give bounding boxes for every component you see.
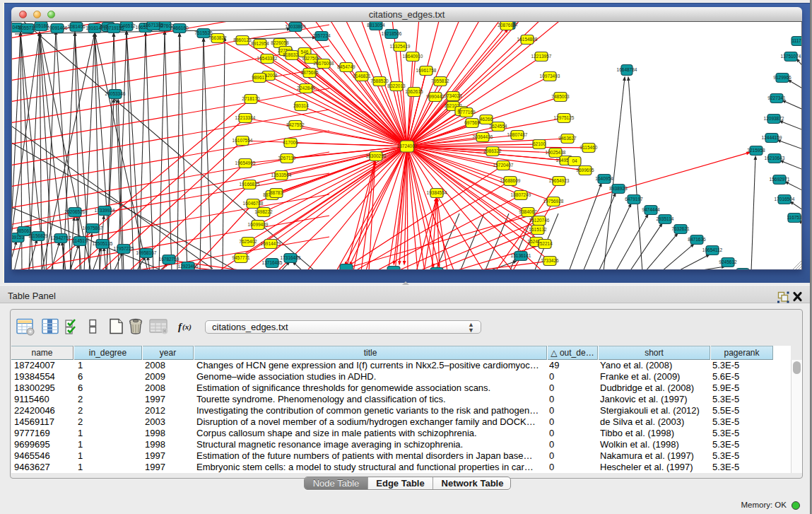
svg-text:10719155: 10719155 (104, 25, 124, 30)
svg-text:7485003: 7485003 (551, 94, 570, 99)
svg-text:1362615: 1362615 (405, 89, 423, 94)
svg-text:10033809: 10033809 (286, 24, 306, 29)
svg-text:16782759: 16782759 (159, 257, 180, 262)
svg-text:10807487: 10807487 (507, 132, 528, 137)
svg-text:10688609: 10688609 (500, 178, 521, 183)
svg-text:697569: 697569 (464, 120, 480, 125)
svg-text:19384554: 19384554 (427, 190, 447, 195)
svg-text:16210643: 16210643 (765, 156, 785, 160)
svg-text:8471636: 8471636 (688, 237, 706, 242)
svg-text:16154808: 16154808 (517, 37, 538, 42)
svg-text:1640954: 1640954 (595, 176, 613, 181)
svg-text:16120746: 16120746 (529, 218, 550, 223)
svg-text:9115460: 9115460 (580, 145, 598, 150)
svg-text:20053346: 20053346 (105, 91, 126, 96)
svg-text:1733426: 1733426 (541, 258, 559, 263)
svg-text:2935114: 2935114 (657, 216, 674, 221)
svg-text:114519: 114519 (72, 238, 88, 243)
svg-text:9463627: 9463627 (558, 136, 577, 141)
svg-text:17957225: 17957225 (114, 246, 134, 251)
svg-text:10958167: 10958167 (136, 250, 157, 255)
svg-text:17316485: 17316485 (281, 255, 301, 260)
svg-text:18640910: 18640910 (403, 54, 423, 59)
svg-text:10975867: 10975867 (83, 226, 103, 230)
svg-text:2087682: 2087682 (498, 23, 516, 28)
svg-text:16961758: 16961758 (416, 68, 437, 73)
svg-text:19654923: 19654923 (549, 178, 570, 183)
svg-text:46266: 46266 (480, 117, 493, 122)
svg-text:16671385: 16671385 (143, 23, 164, 28)
svg-text:12213384: 12213384 (235, 115, 256, 120)
svg-text:13716485: 13716485 (262, 260, 283, 265)
svg-text:(x): (x) (182, 322, 192, 332)
svg-text:1081406: 1081406 (67, 24, 86, 29)
svg-text:16648784: 16648784 (617, 67, 637, 72)
svg-text:62100: 62100 (533, 141, 546, 146)
svg-text:19654965: 19654965 (235, 160, 256, 165)
svg-text:7515526: 7515526 (194, 30, 213, 35)
svg-text:18300295: 18300295 (366, 153, 387, 158)
svg-text:18807249: 18807249 (511, 192, 531, 197)
svg-text:9384067: 9384067 (519, 209, 537, 214)
svg-text:20206526: 20206526 (65, 209, 86, 214)
svg-text:2986322: 2986322 (483, 148, 502, 153)
svg-text:3624554: 3624554 (489, 124, 507, 129)
svg-text:6479197: 6479197 (625, 197, 643, 201)
svg-text:9457771: 9457771 (232, 255, 250, 260)
svg-text:7588520: 7588520 (370, 78, 389, 83)
svg-text:9474444: 9474444 (642, 207, 660, 212)
svg-text:16914479: 16914479 (261, 241, 281, 246)
svg-text:3215958: 3215958 (747, 148, 765, 153)
svg-text:12923466: 12923466 (178, 264, 199, 269)
svg-text:2718170: 2718170 (242, 96, 260, 101)
svg-text:04: 04 (572, 158, 577, 163)
svg-text:12444159: 12444159 (762, 135, 782, 140)
svg-text:13533564: 13533564 (271, 173, 292, 177)
svg-text:16099489: 16099489 (248, 222, 269, 227)
svg-text:9245612: 9245612 (719, 259, 737, 264)
svg-text:15720407: 15720407 (493, 163, 514, 168)
svg-text:8226058: 8226058 (271, 40, 289, 45)
svg-text:19756928: 19756928 (543, 199, 564, 204)
svg-text:88783: 88783 (270, 190, 283, 195)
svg-text:7663822: 7663822 (208, 35, 227, 40)
svg-text:8938923: 8938923 (609, 186, 628, 191)
svg-text:7632621: 7632621 (671, 226, 690, 231)
svg-text:8427552: 8427552 (286, 122, 305, 127)
svg-text:2242848: 2242848 (297, 86, 315, 90)
svg-text:13325419: 13325419 (390, 44, 411, 49)
svg-text:16543382: 16543382 (257, 56, 278, 61)
svg-text:12942757: 12942757 (51, 235, 71, 240)
svg-text:16046788: 16046788 (243, 201, 264, 206)
svg-text:6466160: 6466160 (170, 25, 189, 30)
svg-text:280314: 280314 (293, 103, 309, 108)
svg-text:11156829: 11156829 (28, 233, 48, 238)
svg-text:23676068: 23676068 (314, 61, 334, 66)
svg-text:19218506: 19218506 (382, 31, 402, 36)
svg-text:3267110: 3267110 (278, 156, 296, 160)
svg-text:9129966: 9129966 (773, 75, 792, 80)
svg-text:3875685: 3875685 (300, 70, 319, 75)
svg-text:20364436: 20364436 (473, 134, 493, 139)
svg-text:15692971: 15692971 (770, 177, 790, 182)
svg-text:17016504: 17016504 (775, 197, 795, 201)
svg-text:8860123: 8860123 (233, 37, 252, 42)
svg-text:417006: 417006 (283, 140, 298, 145)
svg-text:10654112: 10654112 (702, 247, 723, 252)
svg-text:7625402: 7625402 (239, 239, 257, 244)
svg-text:18724007: 18724007 (397, 144, 418, 148)
svg-text:12975125: 12975125 (554, 115, 575, 120)
svg-text:8912954: 8912954 (251, 41, 269, 46)
svg-text:19166825: 19166825 (240, 182, 260, 187)
svg-text:116753: 116753 (787, 215, 802, 220)
svg-text:12505135: 12505135 (93, 241, 113, 246)
svg-text:15136141: 15136141 (511, 253, 531, 258)
svg-text:1498222: 1498222 (254, 209, 273, 214)
svg-text:13751074: 13751074 (781, 54, 801, 59)
svg-text:8813054: 8813054 (367, 23, 385, 28)
svg-text:989617: 989617 (252, 75, 267, 80)
svg-text:8322013: 8322013 (387, 83, 406, 88)
svg-text:9699695: 9699695 (576, 168, 594, 173)
svg-text:8454749: 8454749 (337, 64, 355, 69)
svg-text:17339924: 17339924 (95, 208, 115, 213)
